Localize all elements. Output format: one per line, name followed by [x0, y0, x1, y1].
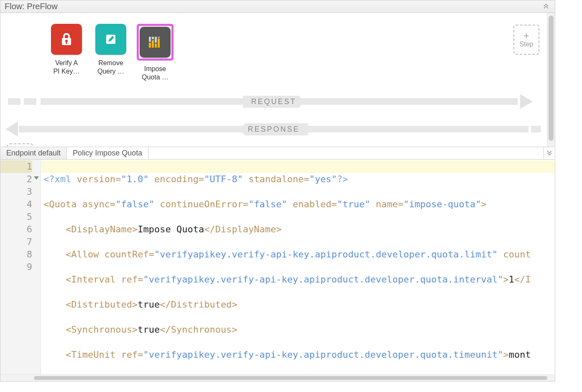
policy-label: Verify A PI Key… [48, 59, 85, 76]
line-number: 4 [0, 198, 32, 211]
scrollbar-thumb[interactable] [34, 376, 547, 380]
policy-row: Verify A PI Key… Remove Query … [49, 24, 173, 81]
arrow-left-icon [5, 122, 18, 137]
svg-rect-2 [66, 41, 67, 44]
policy-impose-quota[interactable]: Impose Quota … [138, 24, 173, 81]
canvas-vertical-scrollbar[interactable] [547, 13, 555, 147]
flow-title: Flow: PreFlow [5, 2, 58, 11]
bars-icon [140, 27, 171, 58]
svg-rect-7 [158, 38, 160, 48]
svg-rect-8 [149, 37, 151, 42]
fold-toggle-icon[interactable] [34, 176, 39, 180]
flow-header: Flow: PreFlow [0, 0, 555, 13]
line-number: 9 [0, 261, 32, 273]
request-label: REQUEST [242, 96, 304, 108]
policy-verify-api-key[interactable]: Verify A PI Key… [49, 24, 84, 81]
editor-panel: Flow: PreFlow [0, 0, 555, 382]
expand-editor-button[interactable] [544, 147, 555, 159]
plus-icon: + [524, 31, 529, 41]
policy-remove-query[interactable]: Remove Query … [93, 24, 128, 81]
line-number: 8 [0, 248, 32, 261]
code-content[interactable]: <?xml version="1.0" encoding="UTF-8" sta… [41, 160, 555, 374]
line-number: 5 [0, 211, 32, 223]
line-number: 7 [0, 236, 32, 248]
collapse-flow-button[interactable] [541, 2, 551, 11]
line-number: 1 [0, 160, 32, 173]
chevron-double-down-icon [546, 150, 552, 156]
line-highlight [41, 160, 555, 173]
scrollbar-thumb[interactable] [549, 15, 554, 141]
arrow-right-icon [520, 94, 533, 109]
svg-rect-6 [155, 43, 157, 48]
flow-canvas: Verify A PI Key… Remove Query … [0, 13, 555, 147]
tab-endpoint-default[interactable]: Endpoint default [0, 147, 67, 159]
svg-rect-10 [155, 37, 157, 43]
gutter: 1 2 3 4 5 6 7 8 9 [0, 160, 41, 374]
svg-rect-4 [149, 43, 151, 48]
editor-horizontal-scrollbar[interactable] [0, 374, 555, 381]
line-number: 6 [0, 223, 32, 236]
tab-policy-impose-quota[interactable]: Policy Impose Quota [67, 147, 148, 159]
policy-label: Remove Query … [92, 59, 130, 76]
line-number: 3 [0, 186, 32, 198]
lock-icon [51, 24, 82, 55]
lane-segment [24, 98, 36, 105]
svg-rect-11 [158, 37, 160, 38]
lane-segment [531, 126, 541, 132]
code-editor[interactable]: 1 2 3 4 5 6 7 8 9 <?xml version="1.0" en… [0, 160, 555, 374]
pencil-icon [95, 24, 126, 55]
svg-rect-5 [152, 40, 154, 48]
line-number: 2 [0, 173, 32, 186]
chevron-double-up-icon [543, 3, 549, 9]
policy-label: Impose Quota … [136, 65, 174, 81]
svg-rect-9 [152, 37, 154, 39]
response-label: RESPONSE [239, 123, 308, 135]
lane-segment [8, 98, 20, 105]
editor-tabs: Endpoint default Policy Impose Quota [0, 147, 555, 160]
add-step-response-button[interactable]: + Step [7, 143, 33, 147]
add-step-request-button[interactable]: + Step [513, 25, 539, 55]
